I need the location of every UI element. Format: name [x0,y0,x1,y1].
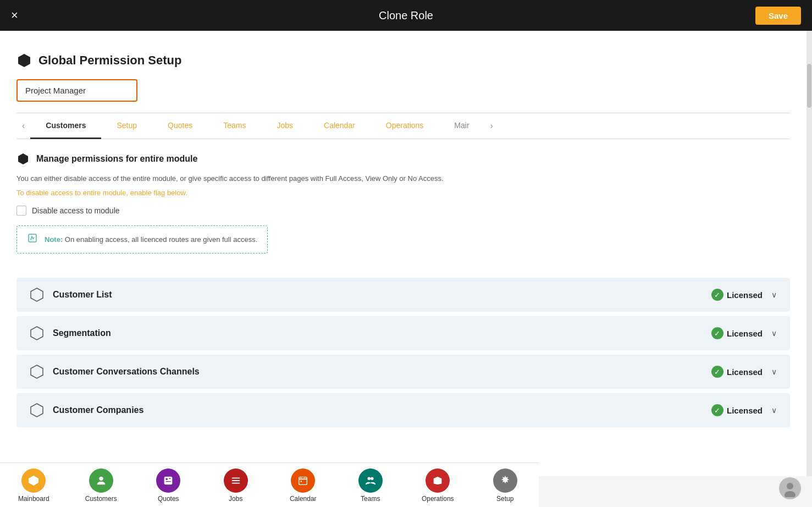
nav-quotes-label: Quotes [158,495,179,503]
conversations-check: ✓ [711,366,723,378]
note-edit-icon [27,233,38,246]
conversations-label: Customer Conversations Channels [53,367,200,377]
customer-list-icon [30,288,44,302]
quotes-nav-icon [156,469,180,493]
customers-nav-icon [89,469,113,493]
svg-rect-11 [169,478,171,478]
nav-customers[interactable]: Customers [79,469,123,503]
permission-item-segmentation[interactable]: Segmentation ✓ Licensed ∨ [16,316,790,350]
svg-point-25 [787,483,793,489]
permission-title: Manage permissions for entire module [36,154,197,164]
tab-calendar[interactable]: Calendar [308,113,371,139]
header: × Clone Role Save [0,0,812,31]
svg-rect-16 [299,477,307,485]
permission-desc1: You can either disable access of the ent… [16,173,790,184]
global-permission-icon [16,53,32,68]
svg-marker-4 [31,327,43,340]
svg-marker-7 [29,476,38,486]
svg-rect-17 [299,478,307,480]
nav-setup[interactable]: Setup [483,469,527,503]
tab-operations[interactable]: Operations [371,113,439,139]
tab-mair[interactable]: Mair [439,113,484,139]
permission-items-list: Customer List ✓ Licensed ∨ Segmentation [16,278,790,427]
tab-customers[interactable]: Customers [30,113,101,139]
content-wrapper: Global Permission Setup ‹ Customers Setu… [0,31,807,427]
customer-list-badge: ✓ Licensed [711,289,763,301]
segmentation-icon [30,326,44,340]
conversations-chevron[interactable]: ∨ [771,367,777,376]
nav-calendar-label: Calendar [290,495,317,503]
manage-permissions-icon [16,152,30,166]
tab-right-arrow[interactable]: › [485,113,499,139]
svg-marker-0 [18,54,30,67]
main-content: Global Permission Setup ‹ Customers Setu… [0,31,812,476]
user-avatar[interactable] [779,477,801,499]
disable-access-label: Disable access to module [32,206,120,215]
nav-quotes[interactable]: Quotes [146,469,190,503]
note-content: Note: On enabling access, all licenced r… [45,235,257,244]
tab-quotes[interactable]: Quotes [152,113,208,139]
role-input-wrapper [16,79,790,102]
role-name-input[interactable] [16,79,137,102]
nav-operations[interactable]: Operations [416,469,460,503]
companies-label: Customer Companies [53,405,143,415]
page-title: Clone Role [379,9,433,22]
disable-access-row: Disable access to module [16,206,790,216]
nav-teams-label: Teams [361,495,380,503]
conversations-icon [30,365,44,379]
global-permission-title: Global Permission Setup [38,53,181,68]
nav-setup-label: Setup [496,495,513,503]
svg-point-22 [371,477,374,481]
note-box: Note: On enabling access, all licenced r… [16,225,268,254]
teams-nav-icon [358,469,383,493]
tab-setup[interactable]: Setup [101,113,152,139]
nav-mainboard[interactable]: Mainboard [12,469,56,503]
scrollbar-thumb[interactable] [807,64,811,108]
companies-check: ✓ [711,404,723,416]
mainboard-icon [21,469,46,493]
customer-list-check: ✓ [711,289,723,301]
nav-teams[interactable]: Teams [349,469,393,503]
svg-rect-14 [231,480,240,481]
svg-rect-12 [166,481,171,482]
customer-list-label: Customer List [53,290,112,300]
companies-chevron[interactable]: ∨ [771,406,777,415]
svg-point-8 [99,477,103,481]
companies-status: Licensed [727,406,763,415]
tabs-navigation: ‹ Customers Setup Quotes Teams Jobs Cale… [16,113,790,139]
svg-rect-13 [231,478,240,479]
conversations-badge: ✓ Licensed [711,366,763,378]
disable-access-checkbox[interactable] [16,206,26,216]
setup-nav-icon [493,469,517,493]
customer-list-status: Licensed [727,290,763,300]
segmentation-check: ✓ [711,327,723,339]
tab-teams[interactable]: Teams [208,113,261,139]
nav-calendar[interactable]: Calendar [281,469,325,503]
permission-item-conversations[interactable]: Customer Conversations Channels ✓ Licens… [16,355,790,389]
section-header: Global Permission Setup [16,42,790,68]
permission-item-customer-list[interactable]: Customer List ✓ Licensed ∨ [16,278,790,312]
jobs-nav-icon [224,469,248,493]
permission-item-companies[interactable]: Customer Companies ✓ Licensed ∨ [16,393,790,427]
conversations-status: Licensed [727,367,763,377]
svg-marker-5 [31,365,43,378]
svg-marker-1 [18,153,28,164]
companies-icon [30,403,44,417]
permission-section: Manage permissions for entire module You… [16,139,790,262]
tab-left-arrow[interactable]: ‹ [16,113,30,139]
scrollbar-track [807,31,812,476]
segmentation-badge: ✓ Licensed [711,327,763,339]
nav-mainboard-label: Mainboard [18,495,49,503]
svg-rect-9 [164,477,173,485]
svg-point-21 [367,477,371,481]
customer-list-chevron[interactable]: ∨ [771,290,777,299]
segmentation-chevron[interactable]: ∨ [771,329,777,338]
segmentation-label: Segmentation [53,328,111,338]
nav-jobs[interactable]: Jobs [214,469,258,503]
svg-point-10 [166,478,168,480]
tab-jobs[interactable]: Jobs [261,113,308,139]
calendar-nav-icon [291,469,315,493]
save-button[interactable]: Save [755,7,801,25]
permission-header: Manage permissions for entire module [16,152,790,166]
close-button[interactable]: × [11,9,18,21]
